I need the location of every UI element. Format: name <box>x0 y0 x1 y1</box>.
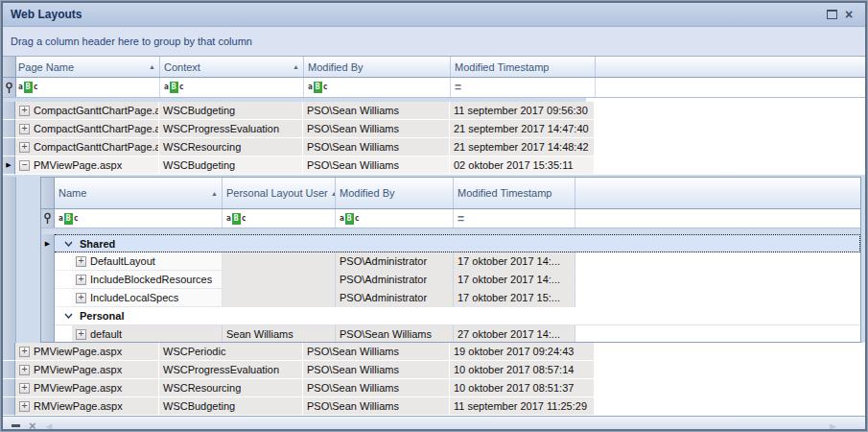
filter-pin-icon <box>43 212 52 225</box>
close-detail-icon[interactable]: × <box>29 420 36 429</box>
expand-icon[interactable]: + <box>19 365 30 375</box>
row-indicator <box>41 325 55 343</box>
close-button[interactable]: × <box>840 7 857 22</box>
detail-row[interactable]: +IncludeLocalSpecs PSO\Administrator 17 … <box>41 289 860 307</box>
sort-ascending-icon: ▲ <box>290 63 299 70</box>
filter-pin-icon <box>5 82 13 94</box>
expand-icon[interactable]: + <box>19 142 30 153</box>
filter-cell-context[interactable]: aBc <box>160 78 304 97</box>
table-row[interactable]: +CompactGanttChartPage.aspx WSCProgressE… <box>3 120 865 138</box>
expand-icon[interactable]: + <box>19 401 30 412</box>
chevron-down-icon[interactable] <box>64 241 73 247</box>
detail-filter-cell-modified-by[interactable]: aBc <box>336 209 454 228</box>
table-row[interactable]: +PMViewPage.aspx WSCPeriodic PSO\Sean Wi… <box>3 343 865 361</box>
row-indicator <box>41 252 55 271</box>
web-layouts-window: Web Layouts × Drag a column header here … <box>0 0 868 432</box>
expand-icon[interactable]: + <box>19 124 30 134</box>
group-by-panel[interactable]: Drag a column header here to group by th… <box>3 27 865 57</box>
detail-filter-row: aBc aBc aBc = <box>41 209 860 228</box>
group-by-hint-text: Drag a column header here to group by th… <box>11 36 252 47</box>
row-indicator <box>3 102 15 120</box>
row-indicator <box>3 379 15 397</box>
scroll-right-icon[interactable]: ▶ <box>830 421 836 430</box>
current-row-indicator: ▶ <box>3 156 15 175</box>
table-row[interactable]: +RMViewPage.aspx WSCBudgeting PSO\Sean W… <box>3 397 865 416</box>
detail-filter-cell-personal-layout-user[interactable]: aBc <box>223 209 336 228</box>
column-header-modified-by[interactable]: Modified By <box>304 57 451 77</box>
text-filter-abc-icon: aBc <box>164 82 183 93</box>
expand-icon[interactable]: + <box>76 256 86 267</box>
expand-icon[interactable]: + <box>19 347 30 357</box>
minimize-detail-icon[interactable] <box>12 424 20 427</box>
detail-row[interactable]: +default Sean Williams PSO\Sean Williams… <box>41 325 860 343</box>
text-filter-abc-icon: aBc <box>18 82 37 93</box>
detail-header-row: Name ▲ Personal Layout User ▲ Modified B… <box>41 178 860 209</box>
table-row[interactable]: +CompactGanttChartPage.aspx WSCBudgeting… <box>3 102 865 120</box>
expand-icon[interactable]: + <box>19 106 30 116</box>
filter-cell-page-name[interactable]: aBc <box>16 78 160 97</box>
group-label: Shared <box>80 238 115 250</box>
row-indicator <box>41 289 55 307</box>
row-indicator <box>3 361 15 379</box>
current-row-arrow-icon: ▶ <box>6 161 11 169</box>
detail-column-header-personal-layout-user[interactable]: Personal Layout User ▲ <box>223 178 336 208</box>
table-row[interactable]: +PMViewPage.aspx WSCResourcing PSO\Sean … <box>3 379 865 397</box>
column-header-page-name[interactable]: Page Name ▲ <box>16 57 160 77</box>
detail-filter-cell-modified-timestamp[interactable]: = <box>454 209 575 228</box>
detail-section: Name ▲ Personal Layout User ▲ Modified B… <box>3 175 865 343</box>
detail-header-filler <box>575 178 860 208</box>
maximize-icon <box>827 10 837 19</box>
header-filler <box>596 57 865 77</box>
detail-row[interactable]: +IncludeBlockedResources PSO\Administrat… <box>41 271 860 289</box>
bottom-bar: × ◀ ▶ <box>3 416 865 429</box>
main-filter-row: aBc aBc aBc = <box>3 78 865 98</box>
detail-column-header-name[interactable]: Name ▲ <box>55 178 223 208</box>
filter-cell-modified-timestamp[interactable]: = <box>451 78 596 97</box>
scroll-left-icon[interactable]: ◀ <box>46 421 53 430</box>
expand-icon[interactable]: + <box>76 293 86 303</box>
group-label: Personal <box>80 310 124 322</box>
current-row-arrow-icon: ▶ <box>45 240 50 248</box>
row-indicator <box>41 307 55 325</box>
group-row-shared[interactable]: ▶ Shared <box>41 234 860 252</box>
main-header-row: Page Name ▲ Context ▲ Modified By Modifi… <box>3 57 865 78</box>
group-indent <box>55 325 72 343</box>
group-row-personal[interactable]: Personal <box>41 307 860 325</box>
detail-column-header-modified-by[interactable]: Modified By <box>336 178 454 208</box>
column-header-modified-timestamp[interactable]: Modified Timestamp <box>451 57 596 77</box>
group-indent <box>55 252 72 271</box>
detail-header-indicator <box>41 178 55 208</box>
detail-filter-indicator <box>41 209 55 228</box>
equals-filter-icon: = <box>457 214 464 224</box>
sort-ascending-icon: ▲ <box>328 187 336 200</box>
collapse-icon[interactable]: − <box>19 160 30 171</box>
expand-icon[interactable]: + <box>76 275 86 285</box>
detail-filter-cell-name[interactable]: aBc <box>55 209 223 228</box>
row-indicator <box>3 120 15 138</box>
window-title: Web Layouts <box>11 8 82 21</box>
row-indicator <box>3 343 15 361</box>
detail-column-header-modified-timestamp[interactable]: Modified Timestamp <box>454 178 575 208</box>
sort-ascending-icon: ▲ <box>208 187 218 200</box>
row-indicator <box>3 138 15 156</box>
equals-filter-icon: = <box>455 83 461 92</box>
detail-grid: Name ▲ Personal Layout User ▲ Modified B… <box>40 177 861 343</box>
table-row[interactable]: +CompactGanttChartPage.aspx WSCResourcin… <box>3 138 865 156</box>
close-icon: × <box>845 8 853 21</box>
expand-icon[interactable]: + <box>76 329 86 340</box>
column-header-context[interactable]: Context ▲ <box>160 57 304 77</box>
detail-row[interactable]: +DefaultLayout PSO\Administrator 17 okto… <box>41 252 860 271</box>
filter-cell-modified-by[interactable]: aBc <box>304 78 451 97</box>
chevron-down-icon[interactable] <box>64 313 73 319</box>
header-indicator-cell <box>3 57 16 77</box>
group-indent <box>55 289 72 307</box>
group-indent <box>55 271 72 289</box>
row-indicator <box>3 397 15 416</box>
detail-indent <box>16 177 40 343</box>
text-filter-abc-icon: aBc <box>308 82 327 93</box>
table-row-expanded[interactable]: ▶ −PMViewPage.aspx WSCBudgeting PSO\Sean… <box>3 156 865 175</box>
table-row[interactable]: +PMViewPage.aspx WSCProgressEvaluation P… <box>3 361 865 379</box>
expand-icon[interactable]: + <box>19 383 30 394</box>
text-filter-abc-icon: aBc <box>340 213 359 225</box>
maximize-button[interactable] <box>823 7 840 22</box>
